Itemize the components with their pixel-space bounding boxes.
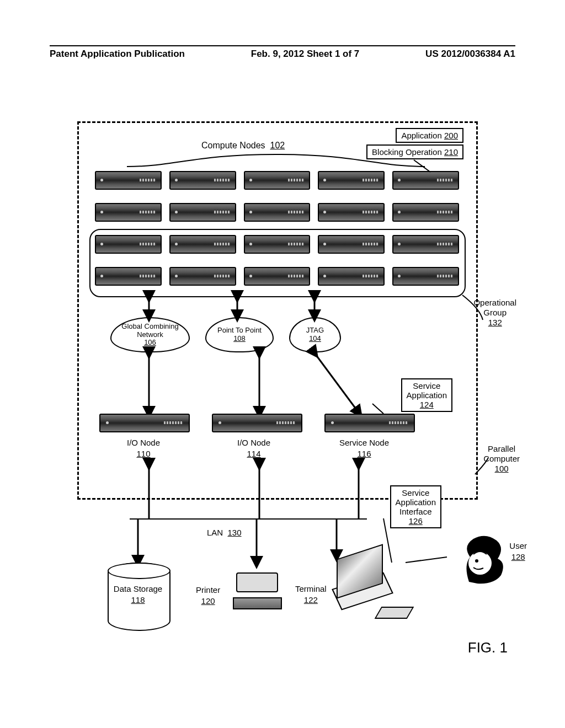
ptp-label: Point To Point — [217, 326, 262, 335]
operational-group-box — [89, 229, 466, 297]
io-node-2 — [212, 414, 302, 432]
lan-bus-line — [130, 518, 367, 520]
printer-body — [236, 572, 278, 592]
svc-iface-num: 126 — [409, 516, 423, 526]
compute-node — [318, 203, 385, 222]
figure-number-label: FIG. 1 — [468, 639, 508, 656]
printer-text: Printer — [196, 585, 220, 596]
header-left: Patent Application Publication — [50, 49, 185, 60]
application-label: Application — [401, 131, 441, 140]
num: 110 — [99, 448, 188, 459]
printer-icon — [232, 563, 281, 609]
compute-node — [169, 203, 236, 222]
blocking-op-num: 210 — [444, 147, 458, 157]
service-node-label: Service Node 116 — [320, 437, 408, 459]
service-node — [324, 414, 415, 432]
compute-text: Compute Nodes — [201, 141, 265, 150]
user-text: User — [509, 540, 527, 552]
printer-label: Printer 120 — [196, 585, 220, 606]
svg-line-14 — [406, 557, 447, 563]
io-node-1 — [99, 414, 190, 432]
user-num: 128 — [509, 552, 527, 563]
compute-node — [95, 203, 162, 222]
keyboard-icon — [375, 607, 414, 619]
svg-point-16 — [468, 552, 492, 575]
io-service-nodes-row — [99, 414, 415, 432]
user-label: User 128 — [509, 540, 527, 562]
ptp-num: 108 — [233, 335, 246, 343]
compute-nodes-label: Compute Nodes 102 — [201, 141, 285, 151]
data-storage-label: Data Storage 118 — [108, 584, 168, 605]
header-right: US 2012/0036384 A1 — [425, 49, 515, 60]
gcn-label: Global Combining Network — [121, 323, 178, 339]
networks-row: Global Combining Network 106 Point To Po… — [110, 317, 341, 352]
label: Service Node — [320, 437, 408, 448]
cloud-jtag: JTAG 104 — [289, 317, 341, 352]
node-row — [95, 171, 459, 190]
header-row: Patent Application Publication Feb. 9, 2… — [0, 46, 565, 60]
callout-service-app-interface: Service Application Interface 126 — [390, 485, 441, 528]
printer-tray — [233, 597, 282, 609]
compute-node — [392, 171, 459, 190]
jtag-label: JTAG — [306, 326, 324, 335]
terminal-text: Terminal — [295, 584, 327, 595]
jtag-num: 104 — [309, 335, 321, 343]
terminal-num: 122 — [295, 595, 327, 606]
operational-group-label: Operational Group 132 — [473, 298, 516, 328]
compute-node — [95, 171, 162, 190]
page: Patent Application Publication Feb. 9, 2… — [0, 0, 565, 728]
compute-node — [392, 203, 459, 222]
op-group-num: 132 — [473, 318, 516, 328]
lan-num: 130 — [228, 528, 242, 537]
label: I/O Node — [99, 437, 188, 448]
lan-text: LAN — [207, 528, 223, 537]
svc-app-text: Service Application — [407, 381, 447, 400]
svc-iface-text: Service Application Interface — [396, 488, 436, 516]
label: I/O Node — [210, 437, 298, 448]
io-node-2-label: I/O Node 114 — [210, 437, 298, 459]
storage-num: 118 — [108, 595, 168, 606]
printer-num: 120 — [196, 596, 220, 607]
cloud-ptp: Point To Point 108 — [205, 317, 274, 352]
terminal-icon — [337, 552, 400, 615]
svg-point-17 — [475, 559, 478, 563]
parallel-computer-label: Parallel Computer 100 — [483, 444, 520, 474]
op-group-text: Operational Group — [473, 298, 516, 318]
parallel-num: 100 — [483, 464, 520, 474]
num: 114 — [210, 448, 298, 459]
io-node-1-label: I/O Node 110 — [99, 437, 188, 459]
compute-node — [318, 171, 385, 190]
figure-1: Application 200 Blocking Operation 210 C… — [77, 121, 486, 651]
cloud-gcn: Global Combining Network 106 — [110, 317, 190, 352]
compute-brace — [127, 154, 425, 167]
compute-num: 102 — [270, 141, 285, 150]
application-num: 200 — [444, 131, 458, 140]
gcn-num: 106 — [144, 339, 156, 347]
svc-app-num: 124 — [420, 400, 434, 409]
header-center: Feb. 9, 2012 Sheet 1 of 7 — [251, 49, 360, 60]
storage-text: Data Storage — [108, 584, 168, 595]
page-header: Patent Application Publication Feb. 9, 2… — [0, 45, 565, 60]
parallel-text: Parallel Computer — [483, 444, 520, 464]
compute-node — [169, 171, 236, 190]
user-icon — [458, 532, 508, 587]
node-row — [95, 203, 459, 222]
lan-label: LAN 130 — [207, 528, 242, 537]
terminal-label: Terminal 122 — [295, 584, 327, 605]
io-service-labels: I/O Node 110 I/O Node 114 Service Node 1… — [99, 437, 408, 459]
callout-application: Application 200 — [396, 128, 463, 143]
compute-node — [244, 171, 311, 190]
compute-node — [244, 203, 311, 222]
num: 116 — [320, 448, 408, 459]
callout-service-application: Service Application 124 — [401, 378, 452, 412]
